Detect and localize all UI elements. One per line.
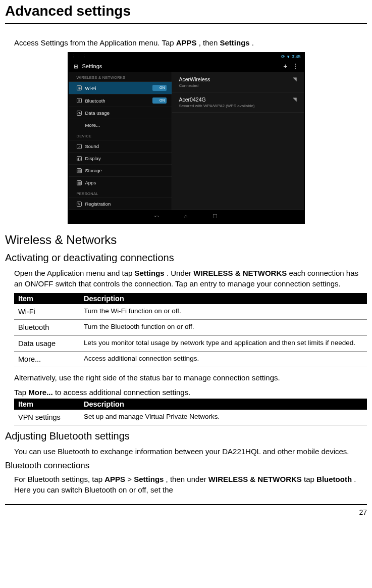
category-personal: PERSONAL	[69, 188, 172, 198]
sidebar-item-display[interactable]: ◐ Display	[69, 152, 172, 164]
sidebar-item-more[interactable]: More...	[69, 119, 172, 131]
bluetooth-toggle[interactable]: ON	[152, 97, 167, 104]
label: Display	[85, 156, 101, 161]
category-device: DEVICE	[69, 131, 172, 140]
col-description: Description	[80, 293, 367, 304]
overflow-menu-icon[interactable]: ⋮	[292, 62, 299, 70]
signal-lock-icon: ◥	[293, 96, 297, 102]
table-row: VPN settings Set up and manage Virtual P…	[14, 410, 367, 425]
table-header-row: Item Description	[14, 293, 367, 304]
label: Bluetooth	[85, 98, 105, 104]
settings-icon: ⊞	[74, 63, 78, 70]
network-name: Acer0424G	[179, 96, 297, 103]
network-status: Connected	[179, 83, 297, 88]
sidebar-item-bluetooth[interactable]: B Bluetooth ON	[69, 94, 172, 107]
network-item[interactable]: ◥ Acer0424G Secured with WPA/WPA2 (WPS a…	[172, 92, 304, 113]
refresh-icon: ⟳	[281, 54, 285, 59]
cell-desc: Turn the Bluetooth function on or off.	[80, 320, 367, 335]
table-row: Bluetooth Turn the Bluetooth function on…	[14, 320, 367, 335]
heading-bluetooth-connections: Bluetooth connections	[5, 461, 367, 471]
page-number: 27	[359, 508, 367, 516]
col-description: Description	[80, 399, 367, 410]
label: Storage	[85, 168, 102, 173]
back-icon[interactable]: ⤺	[154, 213, 159, 220]
screenshot-container: ⋮⋮⋮ ⟳ ▾ 3:45 ⊞ Settings + ⋮ WIRELESS & N…	[5, 52, 367, 224]
network-list: ◥ AcerWireless Connected ◥ Acer0424G Sec…	[172, 72, 304, 210]
signal-icon: ◥	[293, 76, 297, 82]
table-row: More... Access additional connection set…	[14, 351, 367, 367]
cell-desc: Turn the Wi-Fi function on or off.	[80, 304, 367, 320]
bold-wireless-networks: WIRELESS & NETWORKS	[208, 475, 302, 483]
network-name: AcerWireless	[179, 76, 297, 82]
wifi-icon: ◈	[77, 85, 82, 90]
notification-dots-icon: ⋮⋮⋮	[72, 54, 87, 59]
home-icon[interactable]: ⌂	[184, 213, 188, 220]
status-bar: ⋮⋮⋮ ⟳ ▾ 3:45	[69, 53, 304, 60]
label: Data usage	[85, 110, 110, 116]
nav-bar: ⤺ ⌂ ☐	[69, 210, 304, 223]
paragraph-bluetooth: You can use Bluetooth to exchange inform…	[14, 446, 367, 457]
text: For Bluetooth settings, tap	[14, 475, 104, 483]
cell-desc: Lets you monitor total usage by network …	[80, 335, 367, 351]
android-settings-screenshot: ⋮⋮⋮ ⟳ ▾ 3:45 ⊞ Settings + ⋮ WIRELESS & N…	[68, 52, 305, 224]
table-row: Data usage Lets you monitor total usage …	[14, 335, 367, 351]
bold-settings: Settings	[134, 475, 164, 483]
col-item: Item	[14, 399, 80, 410]
label: Registration	[85, 201, 111, 207]
sidebar-item-registration[interactable]: ✎ Registration	[69, 198, 172, 210]
paragraph-activating: Open the Application menu and tap Settin…	[14, 268, 367, 289]
text: >	[127, 475, 134, 483]
bold-wireless-networks: WIRELESS & NETWORKS	[193, 269, 287, 277]
category-wireless: WIRELESS & NETWORKS	[69, 72, 172, 81]
display-icon: ◐	[77, 156, 82, 161]
cell-item: VPN settings	[14, 410, 80, 425]
network-item[interactable]: ◥ AcerWireless Connected	[172, 72, 304, 92]
bold-apps: APPS	[176, 38, 197, 47]
title-row: ⊞ Settings + ⋮	[69, 60, 304, 72]
paragraph-bluetooth-connections: For Bluetooth settings, tap APPS > Setti…	[14, 474, 367, 495]
clock: 3:45	[292, 54, 301, 59]
connection-table: Item Description Wi-Fi Turn the Wi-Fi fu…	[14, 293, 367, 367]
wifi-icon: ▾	[287, 54, 290, 59]
bold-apps: APPS	[104, 475, 125, 483]
label: More...	[85, 122, 100, 128]
text: to access additional connection settings…	[55, 388, 191, 397]
table-header-row: Item Description	[14, 399, 367, 410]
text: , then under	[166, 475, 208, 483]
network-status: Secured with WPA/WPA2 (WPS available)	[179, 104, 297, 108]
wifi-toggle[interactable]: ON	[152, 85, 167, 91]
sidebar-item-apps[interactable]: ▦ Apps	[69, 176, 172, 188]
settings-title: Settings	[82, 63, 102, 69]
sidebar-item-storage[interactable]: ▤ Storage	[69, 164, 172, 176]
cell-item: More...	[14, 351, 80, 367]
sidebar-item-sound[interactable]: ♪ Sound	[69, 140, 172, 152]
text: tap	[304, 475, 316, 483]
bold-bluetooth: Bluetooth	[316, 475, 352, 483]
cell-desc: Access additional connection settings.	[80, 351, 367, 367]
heading-adjusting-bluetooth: Adjusting Bluetooth settings	[5, 430, 367, 442]
settings-sidebar: WIRELESS & NETWORKS ◈ Wi-Fi ON B Bluetoo…	[69, 72, 172, 210]
recent-icon[interactable]: ☐	[212, 213, 218, 220]
bold-settings: Settings	[135, 269, 165, 277]
sidebar-item-wifi[interactable]: ◈ Wi-Fi ON	[69, 81, 172, 94]
page-footer: 27	[5, 504, 367, 516]
cell-desc: Set up and manage Virtual Private Networ…	[80, 410, 367, 425]
label: Wi-Fi	[85, 85, 96, 91]
cell-item: Wi-Fi	[14, 304, 80, 320]
intro-paragraph: Access Settings from the Application men…	[14, 37, 367, 48]
heading-activating: Activating or deactivating connections	[5, 252, 367, 264]
text: . Under	[167, 269, 193, 277]
add-network-icon[interactable]: +	[283, 62, 287, 70]
bold-settings: Settings	[220, 38, 249, 47]
settings-body: WIRELESS & NETWORKS ◈ Wi-Fi ON B Bluetoo…	[69, 72, 304, 210]
text: Access Settings from the Application men…	[14, 38, 176, 47]
text: Tap	[14, 388, 28, 397]
bold-more: More...	[28, 388, 52, 397]
page-title: Advanced settings	[5, 0, 367, 24]
sidebar-item-data-usage[interactable]: ◔ Data usage	[69, 107, 172, 119]
more-table: Item Description VPN settings Set up and…	[14, 399, 367, 425]
table-row: Wi-Fi Turn the Wi-Fi function on or off.	[14, 304, 367, 320]
paragraph-alternative: Alternatively, use the right side of the…	[14, 372, 367, 383]
bluetooth-icon: B	[77, 98, 82, 103]
data-usage-icon: ◔	[77, 111, 82, 116]
